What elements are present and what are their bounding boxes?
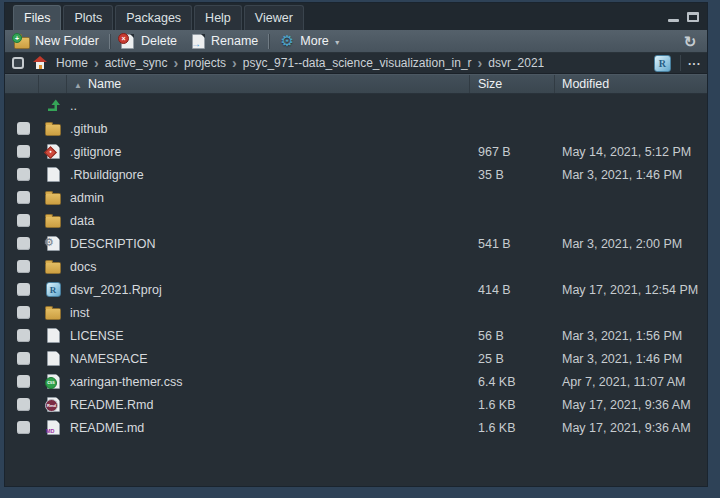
row-checkbox[interactable]	[17, 421, 30, 434]
row-checkbox[interactable]	[17, 214, 30, 227]
tab-viewer[interactable]: Viewer	[244, 5, 304, 30]
row-checkbox[interactable]	[17, 283, 30, 296]
file-modified: May 17, 2021, 9:36 AM	[555, 416, 707, 439]
file-row[interactable]: NAMESPACE 25 B Mar 3, 2021, 1:46 PM	[5, 347, 707, 370]
file-row[interactable]: .Rbuildignore 35 B Mar 3, 2021, 1:46 PM	[5, 163, 707, 186]
file-name-link[interactable]: .gitignore	[70, 145, 121, 159]
file-modified: May 17, 2021, 12:54 PM	[555, 278, 707, 301]
minimize-icon[interactable]	[668, 19, 679, 22]
rename-button[interactable]: Rename	[187, 31, 261, 51]
delete-icon	[120, 33, 136, 49]
path-overflow-button[interactable]: ...	[688, 54, 707, 72]
breadcrumb: Homeactive_syncprojectspsyc_971--data_sc…	[56, 56, 544, 71]
row-checkbox[interactable]	[17, 352, 30, 365]
file-row[interactable]: xaringan-themer.css 6.4 KB Apr 7, 2021, …	[5, 370, 707, 393]
row-checkbox[interactable]	[17, 237, 30, 250]
tab-help[interactable]: Help	[194, 5, 242, 30]
column-header-checkbox	[5, 75, 39, 93]
file-modified: May 14, 2021, 5:12 PM	[555, 140, 707, 163]
file-modified: May 17, 2021, 9:36 AM	[555, 393, 707, 416]
file-name-link[interactable]: admin	[70, 191, 104, 205]
chevron-right-icon	[173, 56, 178, 71]
home-icon[interactable]	[32, 56, 48, 70]
file-row[interactable]: LICENSE 56 B Mar 3, 2021, 1:56 PM	[5, 324, 707, 347]
file-name-link[interactable]: dsvr_2021.Rproj	[70, 283, 162, 297]
row-checkbox[interactable]	[17, 375, 30, 388]
file-name-link[interactable]: .github	[70, 122, 108, 136]
chevron-right-icon	[478, 56, 483, 71]
file-row[interactable]: DESCRIPTION 541 B Mar 3, 2021, 2:00 PM	[5, 232, 707, 255]
tab-files[interactable]: Files	[13, 5, 61, 30]
maximize-icon[interactable]	[687, 12, 699, 22]
chevron-down-icon	[334, 34, 341, 48]
file-name-link[interactable]: xaringan-themer.css	[70, 375, 183, 389]
file-size	[470, 209, 555, 232]
file-name-link[interactable]: NAMESPACE	[70, 352, 148, 366]
breadcrumb-segment[interactable]: psyc_971--data_science_visualization_in_…	[243, 56, 472, 70]
file-row[interactable]: inst	[5, 301, 707, 324]
row-checkbox[interactable]	[17, 191, 30, 204]
tab-packages[interactable]: Packages	[115, 5, 192, 30]
window-controls	[668, 12, 699, 22]
file-modified: Mar 3, 2021, 2:00 PM	[555, 232, 707, 255]
breadcrumb-segment[interactable]: dsvr_2021	[488, 56, 544, 70]
file-name-link[interactable]: ..	[70, 99, 77, 113]
file-row[interactable]: README.Rmd 1.6 KB May 17, 2021, 9:36 AM	[5, 393, 707, 416]
row-checkbox[interactable]	[17, 145, 30, 158]
select-all-checkbox[interactable]	[12, 57, 24, 69]
file-icon	[45, 167, 61, 183]
rproj-file-icon	[45, 282, 61, 298]
row-checkbox[interactable]	[17, 329, 30, 342]
file-size: 35 B	[470, 163, 555, 186]
file-name-link[interactable]: inst	[70, 306, 89, 320]
file-size: 967 B	[470, 140, 555, 163]
file-name-link[interactable]: README.Rmd	[70, 398, 153, 412]
file-size: 414 B	[470, 278, 555, 301]
file-row[interactable]: data	[5, 209, 707, 232]
column-header-name[interactable]: Name	[67, 75, 470, 93]
git-file-icon	[45, 144, 61, 160]
column-header-modified[interactable]: Modified	[555, 75, 707, 93]
breadcrumb-segment[interactable]: projects	[184, 56, 226, 70]
new-folder-button[interactable]: New Folder	[11, 31, 102, 51]
column-header-size[interactable]: Size	[470, 75, 555, 93]
row-checkbox[interactable]	[17, 306, 30, 319]
files-pane: FilesPlotsPackagesHelpViewer New Folder …	[5, 3, 707, 486]
row-checkbox[interactable]	[17, 168, 30, 181]
file-name-link[interactable]: .Rbuildignore	[70, 168, 144, 182]
file-name-link[interactable]: LICENSE	[70, 329, 124, 343]
chevron-right-icon	[232, 56, 237, 71]
file-name-link[interactable]: DESCRIPTION	[70, 237, 155, 251]
row-checkbox[interactable]	[17, 260, 30, 273]
file-size	[470, 255, 555, 278]
file-row[interactable]: ..	[5, 94, 707, 117]
tab-strip: FilesPlotsPackagesHelpViewer	[5, 3, 707, 30]
delete-button[interactable]: Delete	[117, 31, 180, 51]
tab-plots[interactable]: Plots	[63, 5, 113, 30]
delete-label: Delete	[141, 34, 177, 48]
row-checkbox[interactable]	[17, 398, 30, 411]
refresh-button[interactable]	[679, 31, 701, 51]
css-file-icon	[45, 374, 61, 390]
breadcrumb-segment[interactable]: active_sync	[105, 56, 168, 70]
file-modified	[555, 117, 707, 140]
file-row[interactable]: docs	[5, 255, 707, 278]
file-row[interactable]: README.md 1.6 KB May 17, 2021, 9:36 AM	[5, 416, 707, 439]
row-checkbox[interactable]	[17, 122, 30, 135]
file-modified: Mar 3, 2021, 1:46 PM	[555, 347, 707, 370]
rmd-file-icon	[45, 397, 61, 413]
more-button[interactable]: More	[276, 31, 343, 51]
breadcrumb-segment[interactable]: Home	[56, 56, 88, 70]
sort-ascending-icon	[74, 77, 82, 91]
file-name-link[interactable]: data	[70, 214, 94, 228]
file-modified	[555, 209, 707, 232]
file-name-link[interactable]: docs	[70, 260, 96, 274]
gear-file-icon	[45, 236, 61, 252]
file-row[interactable]: .github	[5, 117, 707, 140]
file-row[interactable]: dsvr_2021.Rproj 414 B May 17, 2021, 12:5…	[5, 278, 707, 301]
md-file-icon	[45, 420, 61, 436]
toolbar-separator	[268, 34, 269, 49]
file-name-link[interactable]: README.md	[70, 421, 144, 435]
file-row[interactable]: admin	[5, 186, 707, 209]
file-row[interactable]: .gitignore 967 B May 14, 2021, 5:12 PM	[5, 140, 707, 163]
